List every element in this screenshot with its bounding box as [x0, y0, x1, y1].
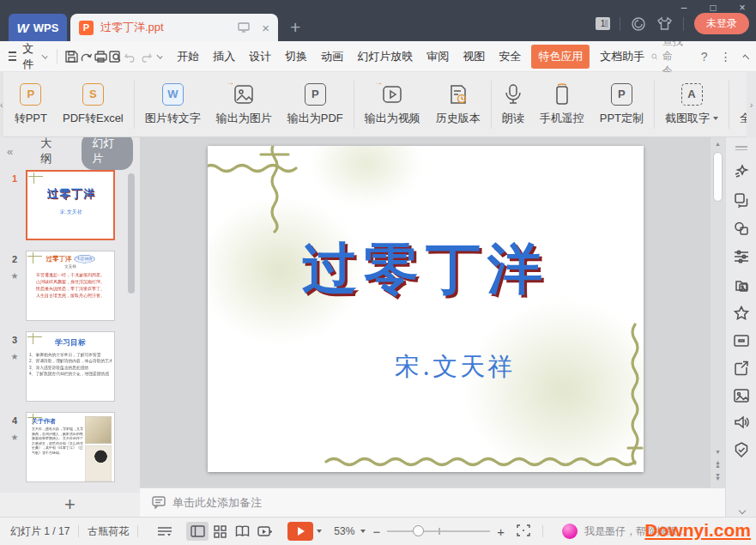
- redo-icon[interactable]: [138, 46, 153, 67]
- normal-view-button[interactable]: [186, 522, 209, 541]
- slide-canvas[interactable]: 过零丁洋 宋.文天祥: [208, 146, 644, 472]
- screenshot-ocr-button[interactable]: A 截图取字: [657, 76, 726, 134]
- picture-icon[interactable]: [733, 388, 750, 403]
- task-queue-icon: ‖: [604, 18, 609, 30]
- object-properties-icon[interactable]: [733, 248, 750, 265]
- panel-drag-handle[interactable]: [735, 144, 747, 152]
- slide-subtitle-text[interactable]: 宋.文天祥: [395, 350, 515, 385]
- share-icon[interactable]: [733, 360, 750, 377]
- quick-toolbar-chevron-icon[interactable]: [156, 52, 162, 58]
- zoom-slider-knob[interactable]: [413, 525, 424, 536]
- tab-security[interactable]: 安全: [492, 45, 528, 69]
- ai-assistant-avatar[interactable]: [562, 524, 578, 539]
- site-watermark: Downyi.com: [644, 520, 751, 541]
- export-convert-icon[interactable]: [79, 46, 94, 67]
- zoom-level[interactable]: 53%: [334, 525, 366, 537]
- theme-name[interactable]: 古瓶荷花: [88, 524, 129, 539]
- close-tab-icon[interactable]: ×: [262, 21, 269, 35]
- slide-vertical-scrollbar[interactable]: ▲ ▼ ▲▲ ▼▼: [711, 137, 725, 487]
- tab-transition[interactable]: 切换: [278, 45, 314, 69]
- wps-home-tab[interactable]: W WPS: [9, 14, 67, 41]
- convert-swap-icon[interactable]: [733, 191, 750, 209]
- collapse-ribbon-icon[interactable]: [742, 54, 749, 61]
- tab-insert[interactable]: 插入: [206, 45, 242, 69]
- slide-thumbnail-3[interactable]: 3 ★ 学习目标 1、掌握相关的文学常识，了解写作背景 2、背诵诗歌，理解诗的内…: [3, 331, 140, 402]
- present-monitor-icon[interactable]: [238, 22, 250, 33]
- shapes-icon[interactable]: [733, 220, 750, 237]
- template-box-icon[interactable]: [733, 333, 750, 348]
- scroll-up-icon[interactable]: ▲: [715, 141, 721, 147]
- favorites-star-icon[interactable]: [733, 305, 750, 322]
- play-slideshow-button[interactable]: [287, 522, 313, 541]
- phone-remote-button[interactable]: 手机遥控: [532, 76, 592, 134]
- previous-slide-icon[interactable]: ▲▲: [715, 461, 721, 468]
- tab-slideshow[interactable]: 幻灯片放映: [350, 45, 420, 69]
- zoom-out-button[interactable]: −: [372, 524, 380, 539]
- slide-thumbnail-1[interactable]: 1 过零丁洋 宋.文天祥: [3, 170, 140, 240]
- export-pdf-button[interactable]: P 输出为PDF: [280, 76, 351, 134]
- maximize-button[interactable]: □: [705, 2, 722, 14]
- tab-special-features[interactable]: 特色应用: [531, 45, 590, 69]
- scroll-down-icon[interactable]: ▼: [715, 449, 721, 455]
- tab-doc-assistant[interactable]: 文档助手: [593, 45, 651, 69]
- tab-review[interactable]: 审阅: [420, 45, 456, 69]
- read-aloud-button[interactable]: 朗读: [494, 76, 532, 134]
- tab-view[interactable]: 视图: [456, 45, 492, 69]
- notes-toggle-icon[interactable]: [154, 522, 176, 541]
- reading-view-button[interactable]: [231, 522, 253, 541]
- minimize-button[interactable]: –: [675, 2, 692, 14]
- document-tab[interactable]: P 过零丁洋.ppt ×: [70, 14, 278, 41]
- pdf-to-ppt-button[interactable]: P 转PPT: [7, 76, 55, 134]
- add-slide-button[interactable]: +: [0, 493, 140, 517]
- check-badge-icon[interactable]: [733, 441, 750, 458]
- material-library-icon[interactable]: [733, 276, 750, 294]
- play-options-caret-icon[interactable]: [317, 530, 322, 533]
- promotion-icon[interactable]: [631, 16, 646, 32]
- scrollbar-thumb[interactable]: [713, 152, 723, 202]
- new-tab-button[interactable]: +: [290, 17, 300, 38]
- pdf-to-excel-button[interactable]: S PDF转Excel: [55, 76, 131, 134]
- thumbnails-scrollbar[interactable]: [128, 173, 135, 294]
- phone-remote-icon: [553, 83, 572, 106]
- undo-icon[interactable]: [123, 46, 137, 67]
- projection-play-button[interactable]: [253, 522, 275, 541]
- panel-collapse-chevron-icon[interactable]: [738, 507, 745, 514]
- tab-animation[interactable]: 动画: [314, 45, 350, 69]
- help-button[interactable]: ?: [701, 50, 708, 64]
- beautify-sparkle-icon[interactable]: [733, 163, 750, 180]
- image-to-text-button[interactable]: W 图片转文字: [137, 76, 209, 134]
- login-button[interactable]: 未登录: [694, 13, 749, 34]
- export-video-button[interactable]: → 输出为视频: [357, 76, 428, 134]
- print-icon[interactable]: [94, 46, 108, 67]
- audio-icon[interactable]: [733, 415, 750, 430]
- print-preview-icon[interactable]: [108, 46, 123, 67]
- read-aloud-icon: [503, 83, 523, 106]
- notes-bar[interactable]: 单击此处添加备注: [140, 487, 725, 517]
- ribbon-scroll-right[interactable]: ›: [747, 72, 756, 137]
- skin-icon[interactable]: [656, 16, 673, 31]
- pdf-to-ppt-icon: P: [20, 83, 41, 106]
- author-painting-image: [85, 416, 112, 444]
- slide-title-text[interactable]: 过零丁洋: [208, 232, 644, 306]
- save-icon[interactable]: [64, 46, 78, 67]
- slide-thumbnail-2[interactable]: 2 ★ 过零丁洋 七言律诗 文天祥 辛苦遭逢起一经，干戈寥落四周星。 山河破碎风…: [3, 251, 140, 321]
- slide-sorter-view-button[interactable]: [209, 522, 231, 541]
- collapse-panel-icon[interactable]: «: [7, 145, 11, 158]
- hamburger-menu-icon[interactable]: [9, 49, 16, 64]
- slide-thumbnail-4[interactable]: 4 ★ 关于作者 文天祥，原名云孙，字宋瑞，又字履善，吉州庐陵人，南宋杰出的民族…: [3, 412, 140, 482]
- slide-number: 3: [12, 335, 17, 345]
- zoom-slider[interactable]: [387, 530, 490, 532]
- ppt-custom-button[interactable]: P PPT定制: [592, 76, 651, 134]
- history-version-button[interactable]: 历史版本: [428, 76, 488, 134]
- close-window-button[interactable]: ×: [734, 2, 751, 14]
- next-slide-icon[interactable]: ▼▼: [715, 474, 721, 481]
- tab-design[interactable]: 设计: [242, 45, 278, 69]
- export-image-button[interactable]: → 输出为图片: [209, 76, 280, 134]
- zoom-in-button[interactable]: +: [497, 524, 505, 539]
- tab-home[interactable]: 开始: [170, 45, 206, 69]
- more-options-icon[interactable]: ⋮: [720, 50, 732, 64]
- fit-to-window-icon[interactable]: [517, 524, 530, 539]
- slide-editing-area[interactable]: 过零丁洋 宋.文天祥 ▲ ▼ ▲▲ ▼▼: [140, 137, 725, 487]
- file-menu[interactable]: 文件: [22, 41, 37, 72]
- file-menu-chevron-icon[interactable]: [41, 52, 47, 58]
